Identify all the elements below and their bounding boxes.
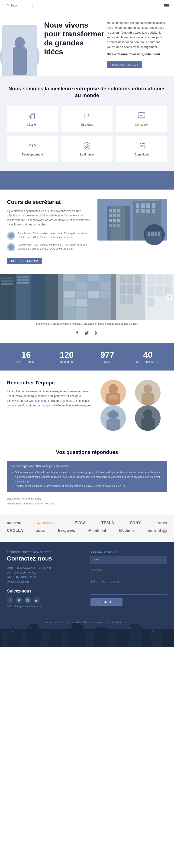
team-link[interactable]: site Web marketing — [23, 399, 47, 402]
svg-point-14 — [140, 143, 143, 146]
footer-facebook-icon[interactable] — [7, 597, 13, 603]
svg-rect-76 — [64, 308, 75, 320]
svg-rect-69 — [100, 282, 110, 289]
svg-rect-48 — [15, 274, 16, 320]
card-consultant-label: Consultant — [134, 153, 149, 156]
gallery-images: › — [0, 274, 174, 320]
social-icons — [0, 328, 174, 339]
avatar-1 — [7, 231, 15, 240]
svg-rect-63 — [76, 274, 87, 281]
svg-rect-134 — [143, 631, 150, 647]
card-finance-label: La finance — [80, 153, 94, 156]
svg-rect-92 — [147, 286, 154, 296]
svg-line-12 — [32, 144, 33, 148]
gallery-img-1 — [0, 274, 58, 320]
footer-address-line2: Lun - Ven : 9h00 - 20h00, — [7, 570, 84, 575]
svg-rect-125 — [61, 632, 68, 647]
card-concevoir-label: Concevoir — [135, 123, 148, 126]
svg-rect-136 — [164, 632, 174, 647]
faq-item-1: Oui, absolument. Vibecall conectem aos m… — [15, 470, 163, 475]
svg-rect-56 — [1, 283, 13, 285]
card-developpement-label: Développement — [22, 153, 43, 156]
gallery-next-button[interactable]: › — [167, 294, 172, 300]
svg-rect-137 — [12, 630, 13, 632]
svg-rect-83 — [135, 275, 141, 283]
svg-rect-43 — [151, 232, 153, 236]
footer-instagram-icon[interactable] — [25, 597, 31, 603]
svg-rect-42 — [148, 232, 150, 236]
svg-rect-64 — [88, 274, 99, 281]
footer-linkedin-icon[interactable] — [33, 597, 40, 603]
svg-rect-124 — [50, 629, 60, 647]
svg-point-98 — [98, 332, 98, 332]
svg-line-1 — [8, 6, 9, 7]
brands-section: amazon ◈ BINANCE EVGA TESLA SONY crocs C… — [0, 515, 174, 542]
stat-recompenses-number: 40 — [129, 350, 167, 360]
secretariat-title: Cours de secrétariat — [7, 199, 90, 205]
faq-list: Oui, absolument. Vibecall conectem aos m… — [11, 470, 163, 489]
svg-rect-67 — [76, 282, 87, 289]
svg-rect-70 — [64, 291, 75, 298]
secretariat-right — [97, 199, 167, 241]
footer-follow-title: Suivez-nous — [7, 589, 84, 594]
twitter-icon[interactable] — [84, 330, 90, 336]
stat-clients: 120 CLIENTS — [48, 350, 86, 364]
svg-rect-96 — [95, 331, 99, 335]
stat-cas-label: CAS — [104, 361, 110, 363]
chart-icon — [28, 111, 37, 121]
svg-rect-20 — [113, 209, 116, 213]
footer-top: REJOIGNEZ NOTRE NEWSLETTER Contactez-nou… — [7, 551, 167, 608]
svg-rect-89 — [147, 275, 154, 285]
brand-crocs: crocs — [156, 521, 167, 525]
svg-rect-55 — [1, 280, 13, 282]
hero-description: Nous combinons les connaissances locales… — [107, 21, 167, 50]
instagram-icon[interactable] — [94, 330, 100, 336]
svg-rect-57 — [17, 276, 29, 278]
svg-rect-66 — [64, 282, 75, 289]
search-box[interactable] — [5, 3, 32, 8]
footer-email-input[interactable] — [90, 566, 167, 573]
facebook-icon[interactable] — [74, 330, 80, 336]
svg-rect-131 — [117, 629, 127, 647]
building-circle-image — [144, 224, 165, 245]
team-avatar-2 — [135, 380, 161, 405]
footer-message-input[interactable] — [90, 578, 167, 592]
footer-address: 3040-10 Sunrise Avenue, 123-456-7890 Lun… — [7, 566, 84, 584]
flag-icon — [82, 111, 92, 121]
svg-rect-119 — [11, 627, 14, 630]
card-consultant: Consultant — [116, 135, 167, 162]
svg-rect-90 — [156, 275, 163, 285]
svg-rect-74 — [64, 299, 75, 306]
svg-point-113 — [35, 599, 36, 599]
svg-rect-72 — [88, 291, 99, 298]
footer-select[interactable]: Item 1 — [90, 556, 167, 564]
secretariat-left: Cours de secrétariat Il y a quelques sym… — [7, 199, 90, 265]
consultant-icon — [137, 141, 146, 150]
testimonial-2: Sample text. Click to select the text bo… — [7, 243, 90, 251]
footer: REJOIGNEZ NOTRE NEWSLETTER Contactez-nou… — [0, 542, 174, 619]
search-input[interactable] — [10, 4, 31, 7]
svg-rect-44 — [154, 232, 157, 236]
svg-rect-118 — [10, 630, 20, 647]
svg-rect-129 — [95, 627, 107, 647]
svg-point-97 — [96, 332, 98, 334]
svg-rect-58 — [17, 279, 29, 281]
svg-rect-30 — [117, 224, 120, 227]
svg-rect-120 — [21, 632, 27, 647]
svg-rect-37 — [141, 209, 145, 213]
footer-left: REJOIGNEZ NOTRE NEWSLETTER Contactez-nou… — [7, 551, 84, 608]
svg-text:Sample text. Click to select t: Sample text. Click to select the text bo… — [45, 621, 129, 623]
faq-item-3: Pendant l'accès anticipé, le développeme… — [15, 484, 163, 489]
secretariat-description: Il y a quelques symptômes les que des in… — [7, 209, 90, 227]
svg-rect-140 — [129, 627, 130, 629]
team-avatar-4 — [135, 405, 161, 431]
hero-contact-button[interactable]: NOUS CONTACTER — [107, 61, 142, 68]
secretariat-contact-button[interactable]: NOUS CONTACTER — [7, 258, 42, 265]
hamburger-menu[interactable] — [164, 4, 169, 7]
footer-twitter-icon[interactable] — [16, 597, 22, 603]
faq-inner: Les messages and other ways you can filt… — [7, 461, 167, 492]
card-finance: La finance — [61, 135, 112, 162]
svg-rect-35 — [152, 204, 155, 208]
footer-submit-button[interactable]: SOUMETTRE — [90, 598, 122, 606]
footer-contact-right-title: REJOIGNEZ NOUS — [90, 551, 167, 554]
